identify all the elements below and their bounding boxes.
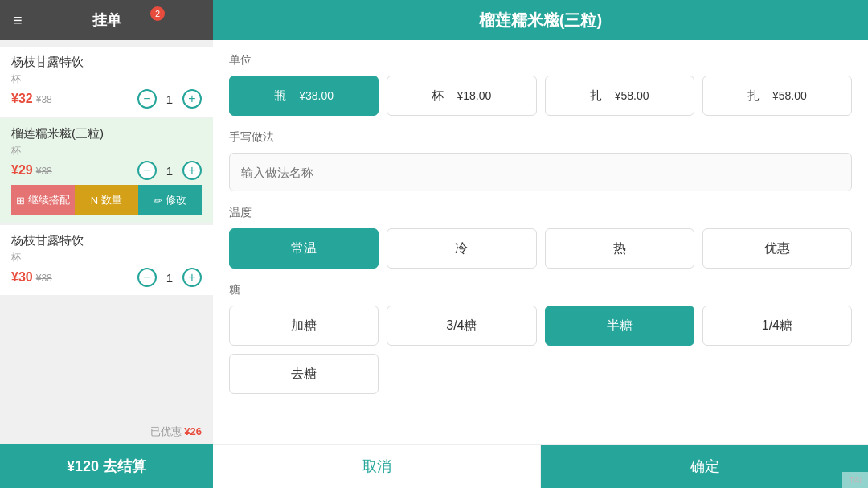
modify-btn[interactable]: ✏ 修改 — [138, 185, 202, 215]
sugar-section: 糖 加糖 3/4糖 半糖 1/4糖 去糖 — [229, 283, 852, 394]
unit-name-2: 扎 — [590, 88, 602, 104]
order-item-name-3: 杨枝甘露特饮 — [11, 233, 202, 248]
order-item-price-1: ¥32 ¥38 — [11, 92, 52, 106]
unit-options-row: 瓶 ¥38.00 杯 ¥18.00 扎 ¥58.00 扎 ¥58.00 — [229, 76, 852, 116]
order-item-price-2: ¥29 ¥38 — [11, 163, 52, 178]
modify-label: 修改 — [166, 193, 186, 207]
price-current-2: ¥29 — [11, 163, 33, 178]
temp-option-0[interactable]: 常温 — [229, 228, 379, 269]
sugar-option-1[interactable]: 3/4糖 — [387, 306, 536, 346]
order-item-unit-1: 杯 — [11, 72, 202, 86]
discount-amount: ¥26 — [184, 425, 202, 437]
unit-section: 单位 瓶 ¥38.00 杯 ¥18.00 扎 ¥58.00 扎 ¥58.00 — [229, 53, 852, 116]
qty-num-3: 1 — [163, 271, 176, 285]
unit-price-2: ¥58.00 — [615, 89, 649, 102]
order-item-name-1: 杨枝甘露特饮 — [11, 55, 202, 70]
qty-num-2: 1 — [163, 164, 176, 178]
badge: 2 — [150, 6, 165, 21]
left-panel: ≡ 挂单 2 杨枝甘露特饮 杯 ¥32 ¥38 − 1 + 榴莲糯米糍(三粒) — [0, 0, 213, 488]
order-item-bottom-2: ¥29 ¥38 − 1 + — [11, 161, 202, 180]
price-current-1: ¥32 — [11, 92, 33, 106]
handwrite-input[interactable] — [229, 153, 852, 191]
action-buttons: ⊞ 继续搭配 N 数量 ✏ 修改 — [11, 185, 202, 215]
header-title: 挂单 — [92, 10, 121, 30]
unit-option-1[interactable]: 杯 ¥18.00 — [387, 76, 536, 116]
price-original-3: ¥38 — [36, 273, 52, 284]
unit-option-3[interactable]: 扎 ¥58.00 — [702, 76, 852, 116]
order-item-bottom-1: ¥32 ¥38 − 1 + — [11, 89, 202, 109]
sugar-row-2: 去糖 — [229, 354, 852, 394]
qty-increase-2[interactable]: + — [182, 161, 202, 180]
sugar-option-4[interactable]: 去糖 — [229, 354, 379, 394]
continue-icon: ⊞ — [16, 195, 25, 207]
qty-decrease-1[interactable]: − — [137, 89, 157, 109]
qty-decrease-3[interactable]: − — [137, 268, 157, 287]
modify-icon: ✏ — [154, 195, 162, 207]
qty-increase-1[interactable]: + — [182, 89, 202, 109]
continue-btn[interactable]: ⊞ 继续搭配 — [11, 185, 75, 215]
temp-option-2[interactable]: 热 — [545, 228, 694, 269]
price-original-2: ¥38 — [36, 166, 52, 177]
right-footer: 取消 确定 — [213, 444, 868, 488]
order-item-1[interactable]: 杨枝甘露特饮 杯 ¥32 ¥38 − 1 + — [0, 47, 213, 117]
right-header: 榴莲糯米糍(三粒) — [213, 0, 868, 40]
left-header: ≡ 挂单 2 — [0, 0, 213, 40]
unit-price-1: ¥18.00 — [457, 89, 491, 102]
qty-decrease-2[interactable]: − — [137, 161, 157, 180]
unit-option-0[interactable]: 瓶 ¥38.00 — [229, 76, 379, 116]
temperature-section: 温度 常温 冷 热 优惠 — [229, 206, 852, 269]
unit-name-1: 杯 — [432, 88, 444, 104]
watermark: TAi — [842, 472, 868, 488]
sugar-label: 糖 — [229, 283, 852, 297]
sugar-option-3[interactable]: 1/4糖 — [702, 306, 852, 346]
unit-option-2[interactable]: 扎 ¥58.00 — [545, 76, 694, 116]
menu-icon[interactable]: ≡ — [13, 11, 23, 30]
quantity-btn[interactable]: N 数量 — [75, 185, 138, 215]
checkout-bar[interactable]: ¥120 去结算 — [0, 444, 213, 488]
cancel-button[interactable]: 取消 — [213, 445, 541, 488]
unit-name-3: 扎 — [747, 88, 760, 104]
order-item-name-2: 榴莲糯米糍(三粒) — [11, 126, 202, 141]
temp-option-3[interactable]: 优惠 — [702, 228, 852, 269]
unit-name-0: 瓶 — [274, 88, 286, 104]
order-item-3[interactable]: 杨枝甘露特饮 杯 ¥30 ¥38 − 1 + — [0, 225, 213, 295]
handwrite-section: 手写做法 — [229, 130, 852, 191]
confirm-button[interactable]: 确定 — [541, 445, 868, 488]
handwrite-label: 手写做法 — [229, 130, 852, 145]
qty-increase-3[interactable]: + — [182, 268, 202, 287]
continue-label: 继续搭配 — [28, 193, 70, 207]
right-panel: 榴莲糯米糍(三粒) 单位 瓶 ¥38.00 杯 ¥18.00 扎 ¥58.00 — [213, 0, 868, 488]
order-item-2[interactable]: 榴莲糯米糍(三粒) 杯 ¥29 ¥38 − 1 + ⊞ 继续搭配 — [0, 118, 213, 223]
right-title: 榴莲糯米糍(三粒) — [479, 10, 602, 31]
temperature-options-row: 常温 冷 热 优惠 — [229, 228, 852, 269]
sugar-option-0[interactable]: 加糖 — [229, 306, 379, 346]
right-content: 单位 瓶 ¥38.00 杯 ¥18.00 扎 ¥58.00 扎 ¥58.00 — [213, 40, 868, 444]
discount-label: 已优惠 — [150, 425, 182, 437]
quantity-control-2: − 1 + — [137, 161, 202, 180]
temperature-label: 温度 — [229, 206, 852, 220]
unit-price-3: ¥58.00 — [772, 89, 807, 102]
temp-option-1[interactable]: 冷 — [387, 228, 536, 269]
order-item-price-3: ¥30 ¥38 — [11, 270, 52, 285]
order-item-bottom-3: ¥30 ¥38 − 1 + — [11, 268, 202, 287]
discount-bar: 已优惠 ¥26 — [0, 420, 213, 444]
order-list: 杨枝甘露特饮 杯 ¥32 ¥38 − 1 + 榴莲糯米糍(三粒) 杯 ¥29 — [0, 40, 213, 420]
unit-label: 单位 — [229, 53, 852, 68]
checkout-text: ¥120 去结算 — [67, 457, 146, 476]
quantity-control-3: − 1 + — [137, 268, 202, 287]
quantity-icon: N — [91, 195, 98, 207]
quantity-label: 数量 — [101, 193, 122, 207]
price-original-1: ¥38 — [36, 94, 52, 105]
price-current-3: ¥30 — [11, 270, 33, 285]
unit-price-0: ¥38.00 — [299, 89, 334, 102]
qty-num-1: 1 — [163, 92, 176, 106]
sugar-options-row: 加糖 3/4糖 半糖 1/4糖 — [229, 306, 852, 346]
order-item-unit-3: 杯 — [11, 251, 202, 265]
order-item-unit-2: 杯 — [11, 144, 202, 158]
quantity-control-1: − 1 + — [137, 89, 202, 109]
sugar-option-2[interactable]: 半糖 — [545, 306, 694, 346]
